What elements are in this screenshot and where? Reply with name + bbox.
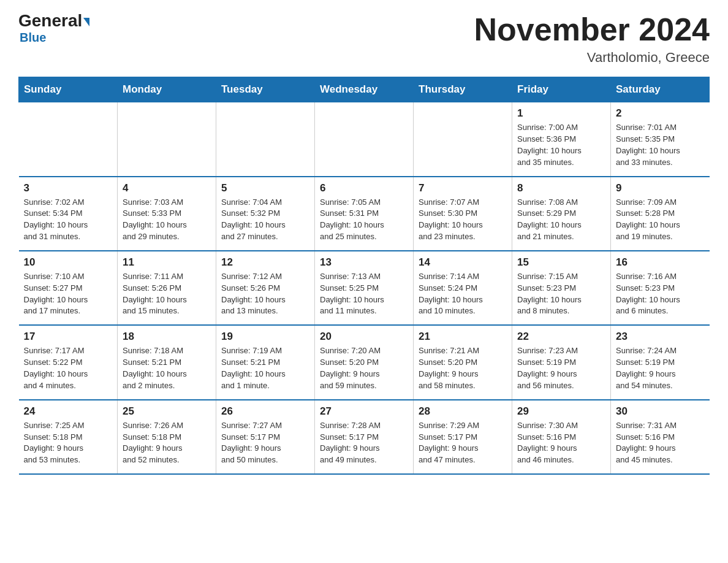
calendar-cell: 23Sunrise: 7:24 AMSunset: 5:19 PMDayligh… xyxy=(611,325,710,399)
calendar-cell: 29Sunrise: 7:30 AMSunset: 5:16 PMDayligh… xyxy=(512,400,611,474)
calendar-cell: 1Sunrise: 7:00 AMSunset: 5:36 PMDaylight… xyxy=(512,102,611,177)
day-number: 4 xyxy=(123,182,211,194)
day-number: 8 xyxy=(517,182,605,194)
day-info: Sunrise: 7:10 AMSunset: 5:27 PMDaylight:… xyxy=(24,271,113,317)
day-number: 25 xyxy=(123,405,211,418)
day-info: Sunrise: 7:21 AMSunset: 5:20 PMDaylight:… xyxy=(419,345,507,391)
calendar-cell: 10Sunrise: 7:10 AMSunset: 5:27 PMDayligh… xyxy=(19,251,118,325)
calendar-cell: 6Sunrise: 7:05 AMSunset: 5:31 PMDaylight… xyxy=(315,177,414,251)
location-subtitle: Vartholomio, Greece xyxy=(474,50,710,66)
day-info: Sunrise: 7:09 AMSunset: 5:28 PMDaylight:… xyxy=(616,197,705,243)
weekday-header-thursday: Thursday xyxy=(414,77,512,102)
calendar-cell: 8Sunrise: 7:08 AMSunset: 5:29 PMDaylight… xyxy=(512,177,611,251)
day-info: Sunrise: 7:11 AMSunset: 5:26 PMDaylight:… xyxy=(123,271,211,317)
weekday-header-monday: Monday xyxy=(118,77,216,102)
day-info: Sunrise: 7:01 AMSunset: 5:35 PMDaylight:… xyxy=(616,122,705,168)
day-info: Sunrise: 7:27 AMSunset: 5:17 PMDaylight:… xyxy=(221,420,309,466)
calendar-cell: 26Sunrise: 7:27 AMSunset: 5:17 PMDayligh… xyxy=(216,400,315,474)
calendar-cell: 14Sunrise: 7:14 AMSunset: 5:24 PMDayligh… xyxy=(414,251,512,325)
calendar-row-1: 1Sunrise: 7:00 AMSunset: 5:36 PMDaylight… xyxy=(19,102,710,177)
day-info: Sunrise: 7:20 AMSunset: 5:20 PMDaylight:… xyxy=(320,345,408,391)
day-info: Sunrise: 7:13 AMSunset: 5:25 PMDaylight:… xyxy=(320,271,408,317)
day-info: Sunrise: 7:14 AMSunset: 5:24 PMDaylight:… xyxy=(419,271,507,317)
day-number: 18 xyxy=(123,331,211,343)
weekday-header-sunday: Sunday xyxy=(19,77,118,102)
day-number: 9 xyxy=(616,182,705,194)
day-number: 29 xyxy=(517,405,605,418)
day-info: Sunrise: 7:04 AMSunset: 5:32 PMDaylight:… xyxy=(221,197,309,243)
day-info: Sunrise: 7:02 AMSunset: 5:34 PMDaylight:… xyxy=(24,197,113,243)
calendar-cell: 22Sunrise: 7:23 AMSunset: 5:19 PMDayligh… xyxy=(512,325,611,399)
logo-line1: General xyxy=(18,12,89,29)
weekday-header-friday: Friday xyxy=(512,77,611,102)
calendar-row-5: 24Sunrise: 7:25 AMSunset: 5:18 PMDayligh… xyxy=(19,400,710,474)
day-info: Sunrise: 7:17 AMSunset: 5:22 PMDaylight:… xyxy=(24,345,113,391)
calendar-cell: 2Sunrise: 7:01 AMSunset: 5:35 PMDaylight… xyxy=(611,102,710,177)
day-info: Sunrise: 7:12 AMSunset: 5:26 PMDaylight:… xyxy=(221,271,309,317)
calendar-cell: 28Sunrise: 7:29 AMSunset: 5:17 PMDayligh… xyxy=(414,400,512,474)
day-number: 5 xyxy=(221,182,309,194)
day-number: 10 xyxy=(24,256,113,269)
day-info: Sunrise: 7:00 AMSunset: 5:36 PMDaylight:… xyxy=(517,122,605,168)
weekday-header-row: SundayMondayTuesdayWednesdayThursdayFrid… xyxy=(19,77,710,102)
day-number: 6 xyxy=(320,182,408,194)
day-number: 13 xyxy=(320,256,408,269)
calendar-cell: 20Sunrise: 7:20 AMSunset: 5:20 PMDayligh… xyxy=(315,325,414,399)
day-number: 22 xyxy=(517,331,605,343)
day-info: Sunrise: 7:30 AMSunset: 5:16 PMDaylight:… xyxy=(517,420,605,466)
calendar-cell: 3Sunrise: 7:02 AMSunset: 5:34 PMDaylight… xyxy=(19,177,118,251)
day-number: 24 xyxy=(24,405,113,418)
weekday-header-saturday: Saturday xyxy=(611,77,710,102)
calendar-cell: 13Sunrise: 7:13 AMSunset: 5:25 PMDayligh… xyxy=(315,251,414,325)
calendar-cell: 30Sunrise: 7:31 AMSunset: 5:16 PMDayligh… xyxy=(611,400,710,474)
day-info: Sunrise: 7:25 AMSunset: 5:18 PMDaylight:… xyxy=(24,420,113,466)
calendar-table: SundayMondayTuesdayWednesdayThursdayFrid… xyxy=(18,77,710,475)
day-info: Sunrise: 7:07 AMSunset: 5:30 PMDaylight:… xyxy=(419,197,507,243)
calendar-cell: 15Sunrise: 7:15 AMSunset: 5:23 PMDayligh… xyxy=(512,251,611,325)
day-number: 12 xyxy=(221,256,309,269)
month-title: November 2024 xyxy=(474,12,710,47)
calendar-cell: 21Sunrise: 7:21 AMSunset: 5:20 PMDayligh… xyxy=(414,325,512,399)
calendar-cell: 9Sunrise: 7:09 AMSunset: 5:28 PMDaylight… xyxy=(611,177,710,251)
calendar-cell: 12Sunrise: 7:12 AMSunset: 5:26 PMDayligh… xyxy=(216,251,315,325)
calendar-cell: 7Sunrise: 7:07 AMSunset: 5:30 PMDaylight… xyxy=(414,177,512,251)
day-number: 1 xyxy=(517,107,605,120)
calendar-cell: 19Sunrise: 7:19 AMSunset: 5:21 PMDayligh… xyxy=(216,325,315,399)
logo: General Blue xyxy=(18,12,89,45)
calendar-cell: 11Sunrise: 7:11 AMSunset: 5:26 PMDayligh… xyxy=(118,251,216,325)
day-info: Sunrise: 7:08 AMSunset: 5:29 PMDaylight:… xyxy=(517,197,605,243)
day-info: Sunrise: 7:24 AMSunset: 5:19 PMDaylight:… xyxy=(616,345,705,391)
page-header: General Blue November 2024 Vartholomio, … xyxy=(18,12,710,66)
calendar-cell: 5Sunrise: 7:04 AMSunset: 5:32 PMDaylight… xyxy=(216,177,315,251)
day-number: 17 xyxy=(24,331,113,343)
weekday-header-tuesday: Tuesday xyxy=(216,77,315,102)
day-number: 14 xyxy=(419,256,507,269)
calendar-cell: 27Sunrise: 7:28 AMSunset: 5:17 PMDayligh… xyxy=(315,400,414,474)
day-number: 26 xyxy=(221,405,309,418)
day-info: Sunrise: 7:23 AMSunset: 5:19 PMDaylight:… xyxy=(517,345,605,391)
day-info: Sunrise: 7:29 AMSunset: 5:17 PMDaylight:… xyxy=(419,420,507,466)
calendar-cell: 18Sunrise: 7:18 AMSunset: 5:21 PMDayligh… xyxy=(118,325,216,399)
calendar-row-3: 10Sunrise: 7:10 AMSunset: 5:27 PMDayligh… xyxy=(19,251,710,325)
day-number: 7 xyxy=(419,182,507,194)
day-info: Sunrise: 7:16 AMSunset: 5:23 PMDaylight:… xyxy=(616,271,705,317)
day-number: 3 xyxy=(24,182,113,194)
day-number: 23 xyxy=(616,331,705,343)
calendar-row-4: 17Sunrise: 7:17 AMSunset: 5:22 PMDayligh… xyxy=(19,325,710,399)
calendar-cell: 25Sunrise: 7:26 AMSunset: 5:18 PMDayligh… xyxy=(118,400,216,474)
weekday-header-wednesday: Wednesday xyxy=(315,77,414,102)
calendar-cell: 17Sunrise: 7:17 AMSunset: 5:22 PMDayligh… xyxy=(19,325,118,399)
day-info: Sunrise: 7:28 AMSunset: 5:17 PMDaylight:… xyxy=(320,420,408,466)
calendar-cell xyxy=(414,102,512,177)
day-info: Sunrise: 7:18 AMSunset: 5:21 PMDaylight:… xyxy=(123,345,211,391)
day-number: 15 xyxy=(517,256,605,269)
title-area: November 2024 Vartholomio, Greece xyxy=(474,12,710,66)
day-number: 20 xyxy=(320,331,408,343)
logo-line2: Blue xyxy=(20,31,46,45)
day-info: Sunrise: 7:15 AMSunset: 5:23 PMDaylight:… xyxy=(517,271,605,317)
day-info: Sunrise: 7:26 AMSunset: 5:18 PMDaylight:… xyxy=(123,420,211,466)
calendar-row-2: 3Sunrise: 7:02 AMSunset: 5:34 PMDaylight… xyxy=(19,177,710,251)
day-info: Sunrise: 7:31 AMSunset: 5:16 PMDaylight:… xyxy=(616,420,705,466)
calendar-cell: 16Sunrise: 7:16 AMSunset: 5:23 PMDayligh… xyxy=(611,251,710,325)
day-number: 2 xyxy=(616,107,705,120)
